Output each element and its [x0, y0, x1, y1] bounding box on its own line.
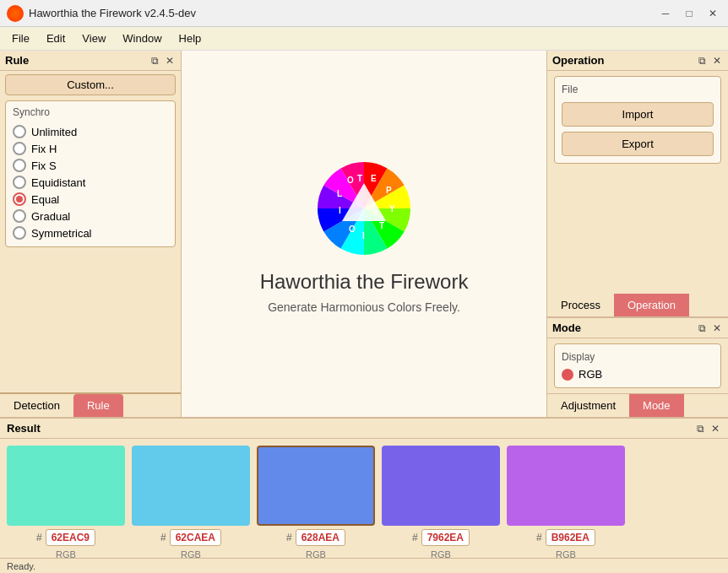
- status-bar: Ready.: [0, 558, 728, 573]
- operation-panel-header: Operation ⧉ ✕: [547, 51, 728, 71]
- mode-panel: Mode ⧉ ✕ Display RGB Adjustment Mode: [547, 317, 728, 417]
- rgb-label: RGB: [579, 368, 602, 381]
- radio-label-fixs: Fix S: [31, 159, 57, 172]
- radio-label-equal: Equal: [31, 193, 59, 206]
- rule-panel-close-btn[interactable]: ✕: [164, 55, 176, 67]
- svg-text:O: O: [347, 176, 354, 185]
- rule-panel-header: Rule ⧉ ✕: [0, 51, 181, 71]
- radio-label-symmetrical: Symmetrical: [31, 227, 92, 240]
- svg-text:L: L: [337, 189, 342, 198]
- app-icon: [7, 5, 24, 22]
- radio-symmetrical[interactable]: Symmetrical: [13, 224, 168, 241]
- color-code-4[interactable]: B962EA: [546, 529, 595, 546]
- display-group: Display RGB: [554, 343, 721, 388]
- maximize-button[interactable]: □: [681, 5, 698, 22]
- window-controls: ─ □ ✕: [657, 5, 721, 22]
- radio-label-equidistant: Equidistant: [31, 176, 85, 189]
- color-code-row-1: #62CAEA: [160, 529, 221, 546]
- color-swatch-4[interactable]: [507, 446, 625, 526]
- color-card-2[interactable]: #628AEARGB: [257, 446, 375, 559]
- radio-gradual[interactable]: Gradual: [13, 208, 168, 224]
- operation-panel-title: Operation: [552, 54, 604, 67]
- top-section: Rule ⧉ ✕ Custom... Synchro Unlimited: [0, 51, 728, 417]
- tab-adjustment[interactable]: Adjustment: [547, 394, 629, 417]
- menu-file[interactable]: File: [3, 29, 38, 48]
- radio-circle-symmetrical: [13, 226, 26, 240]
- window-title: Haworthia the Firework v2.4.5-dev: [29, 7, 657, 19]
- color-card-3[interactable]: #7962EARGB: [382, 446, 500, 559]
- color-hash-4: #: [536, 532, 542, 543]
- color-swatch-3[interactable]: [382, 446, 500, 526]
- rule-panel-controls: ⧉ ✕: [149, 55, 176, 67]
- custom-button[interactable]: Custom...: [5, 74, 176, 95]
- menu-edit[interactable]: Edit: [38, 29, 73, 48]
- file-group: File Import Export: [554, 76, 721, 164]
- radio-label-gradual: Gradual: [31, 210, 70, 223]
- radio-label-unlimited: Unlimited: [31, 126, 77, 138]
- color-swatch-0[interactable]: [7, 446, 125, 526]
- mode-panel-header: Mode ⧉ ✕: [547, 318, 728, 338]
- tab-rule[interactable]: Rule: [73, 394, 123, 417]
- color-code-0[interactable]: 62EAC9: [46, 529, 95, 546]
- result-panel-close-btn[interactable]: ✕: [709, 423, 721, 435]
- color-swatch-1[interactable]: [132, 446, 250, 526]
- color-code-row-3: #7962EA: [412, 529, 470, 546]
- radio-circle-unlimited: [13, 125, 26, 138]
- operation-panel-float-btn[interactable]: ⧉: [697, 55, 708, 67]
- operation-panel-close-btn[interactable]: ✕: [711, 55, 723, 67]
- minimize-button[interactable]: ─: [657, 5, 674, 22]
- mode-panel-close-btn[interactable]: ✕: [711, 322, 723, 334]
- export-button[interactable]: Export: [562, 132, 714, 156]
- radio-equal[interactable]: Equal: [13, 191, 168, 208]
- rule-panel: Rule ⧉ ✕ Custom... Synchro Unlimited: [0, 51, 182, 417]
- svg-text:Y: Y: [389, 204, 395, 214]
- color-wheel: T E P Y T I O I L O: [309, 154, 419, 263]
- color-code-3[interactable]: 7962EA: [421, 529, 470, 546]
- tab-operation[interactable]: Operation: [614, 294, 689, 316]
- tab-process[interactable]: Process: [547, 294, 614, 316]
- color-card-0[interactable]: #62EAC9RGB: [7, 446, 125, 559]
- radio-circle-fixs: [13, 159, 26, 172]
- rule-content: Custom... Synchro Unlimited Fix H Fix S: [0, 71, 181, 392]
- result-panel-float-btn[interactable]: ⧉: [695, 423, 706, 435]
- svg-text:T: T: [357, 174, 362, 183]
- menu-view[interactable]: View: [73, 29, 114, 48]
- menu-help[interactable]: Help: [171, 29, 210, 48]
- file-group-title: File: [562, 84, 714, 95]
- tab-detection[interactable]: Detection: [0, 394, 73, 417]
- color-code-2[interactable]: 628AEA: [296, 529, 345, 546]
- rule-panel-float-btn[interactable]: ⧉: [149, 55, 160, 67]
- radio-circle-equidistant: [13, 176, 26, 189]
- close-button[interactable]: ✕: [704, 5, 721, 22]
- mode-panel-title: Mode: [552, 322, 581, 334]
- svg-text:I: I: [339, 206, 341, 215]
- menu-window[interactable]: Window: [114, 29, 170, 48]
- radio-equidistant[interactable]: Equidistant: [13, 174, 168, 191]
- synchro-group-title: Synchro: [13, 106, 168, 118]
- radio-circle-gradual: [13, 209, 26, 223]
- svg-text:T: T: [379, 221, 384, 230]
- tab-mode[interactable]: Mode: [629, 394, 684, 417]
- color-hash-1: #: [160, 532, 166, 543]
- app-title: Haworthia the Firework: [260, 270, 469, 294]
- mode-panel-float-btn[interactable]: ⧉: [697, 322, 708, 334]
- rgb-dot: [562, 369, 573, 381]
- color-code-1[interactable]: 62CAEA: [170, 529, 221, 546]
- color-card-4[interactable]: #B962EARGB: [507, 446, 625, 559]
- color-swatch-2[interactable]: [257, 446, 375, 526]
- rgb-option[interactable]: RGB: [562, 368, 714, 381]
- import-button[interactable]: Import: [562, 102, 714, 127]
- process-tabs: Process Operation: [547, 294, 728, 317]
- operation-panel: Operation ⧉ ✕ File Import Export Process…: [546, 51, 728, 417]
- radio-fixh[interactable]: Fix H: [13, 140, 168, 157]
- color-code-row-0: #62EAC9: [36, 529, 95, 546]
- color-code-row-4: #B962EA: [536, 529, 595, 546]
- result-panel-header: Result ⧉ ✕: [0, 419, 728, 439]
- radio-fixs[interactable]: Fix S: [13, 157, 168, 174]
- svg-text:E: E: [371, 174, 377, 183]
- color-card-1[interactable]: #62CAEARGB: [132, 446, 250, 559]
- radio-circle-equal: [13, 192, 26, 206]
- svg-text:P: P: [386, 186, 392, 195]
- logo-container: T E P Y T I O I L O Haworthia the Firewo…: [260, 154, 469, 314]
- radio-unlimited[interactable]: Unlimited: [13, 123, 168, 140]
